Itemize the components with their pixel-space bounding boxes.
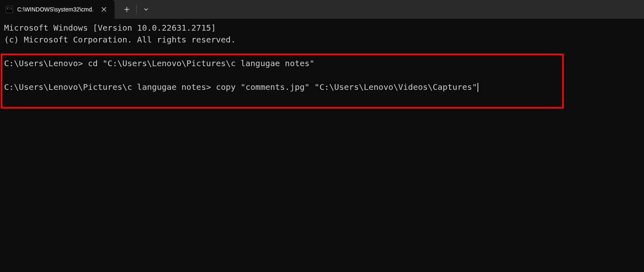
titlebar-controls xyxy=(115,0,155,19)
new-tab-button[interactable] xyxy=(118,0,136,19)
command-2: copy "comments.jpg" "C:\Users\Lenovo\Vid… xyxy=(216,82,477,92)
version-line: Microsoft Windows [Version 10.0.22631.27… xyxy=(4,23,216,33)
copyright-line: (c) Microsoft Corporation. All rights re… xyxy=(4,35,236,45)
svg-text:C:\_: C:\_ xyxy=(7,7,12,10)
terminal-output[interactable]: Microsoft Windows [Version 10.0.22631.27… xyxy=(0,19,644,96)
tab-title: C:\WINDOWS\system32\cmd. xyxy=(17,6,96,13)
titlebar: C:\_ C:\WINDOWS\system32\cmd. xyxy=(0,0,644,19)
tab-dropdown-button[interactable] xyxy=(137,0,155,19)
cmd-icon: C:\_ xyxy=(6,6,13,13)
close-tab-button[interactable] xyxy=(100,5,108,13)
text-cursor xyxy=(477,83,478,92)
prompt-2: C:\Users\Lenovo\Pictures\c langugae note… xyxy=(4,82,216,92)
active-tab[interactable]: C:\_ C:\WINDOWS\system32\cmd. xyxy=(0,0,115,19)
prompt-1: C:\Users\Lenovo> xyxy=(4,58,88,68)
titlebar-divider xyxy=(136,5,137,14)
command-1: cd "C:\Users\Lenovo\Pictures\c langugae … xyxy=(88,58,315,68)
